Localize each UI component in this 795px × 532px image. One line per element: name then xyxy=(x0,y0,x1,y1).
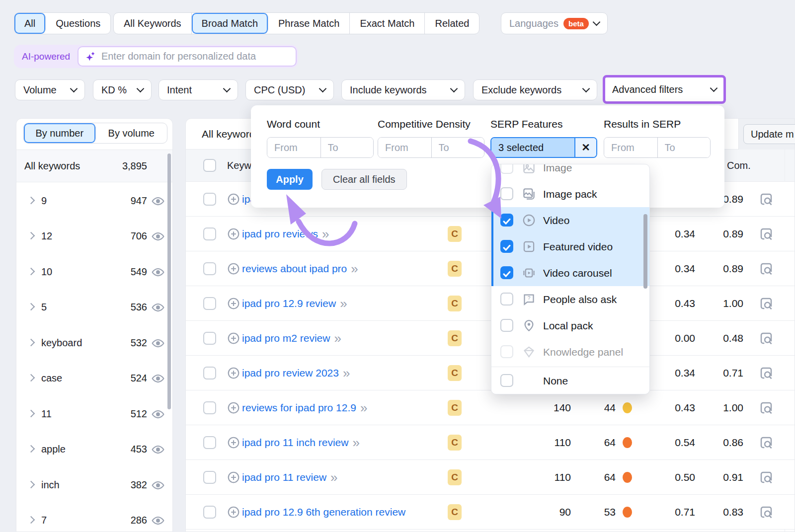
serp-features-select[interactable]: 3 selected ✕ xyxy=(490,137,597,158)
group-row[interactable]: 7 286 xyxy=(16,503,172,532)
update-metrics-button[interactable]: Update m xyxy=(743,124,795,144)
checkbox-unchecked[interactable] xyxy=(500,374,513,387)
add-keyword-icon[interactable] xyxy=(227,228,240,240)
advanced-filters-button[interactable]: Advanced filters xyxy=(605,77,723,101)
checkbox-checked[interactable] xyxy=(500,214,513,227)
option-featured-video[interactable]: Featured video xyxy=(491,233,649,260)
open-serp-chevrons-icon[interactable]: » xyxy=(340,297,347,310)
keyword-link[interactable]: ipad pro 12.9 6th generation review xyxy=(242,506,405,518)
sort-by-number-button[interactable]: By number xyxy=(24,123,96,143)
option-local-pack[interactable]: Local pack xyxy=(491,312,649,339)
group-row[interactable]: case 524 xyxy=(16,361,172,396)
chevron-right-icon[interactable] xyxy=(27,197,35,205)
domain-input[interactable] xyxy=(101,51,290,62)
open-serp-chevrons-icon[interactable]: » xyxy=(352,436,359,449)
serp-preview-icon[interactable] xyxy=(759,192,774,207)
results-in-serp-from-input[interactable] xyxy=(604,138,657,157)
competitive-density-to-input[interactable] xyxy=(431,138,484,157)
checkbox-checked[interactable] xyxy=(500,266,513,279)
clear-selection-icon[interactable]: ✕ xyxy=(574,138,596,157)
tab-questions[interactable]: Questions xyxy=(46,13,110,34)
all-keywords-group-row[interactable]: All keywords 3,895 xyxy=(16,150,172,182)
row-checkbox[interactable] xyxy=(203,436,216,449)
serp-preview-icon[interactable] xyxy=(759,296,774,311)
intent-filter-button[interactable]: Intent xyxy=(159,79,238,100)
add-keyword-icon[interactable] xyxy=(227,367,240,380)
tab-related[interactable]: Related xyxy=(425,13,479,34)
eye-icon[interactable] xyxy=(152,266,164,279)
serp-preview-icon[interactable] xyxy=(759,435,774,450)
tab-broad-match[interactable]: Broad Match xyxy=(192,13,268,34)
add-keyword-icon[interactable] xyxy=(227,262,240,275)
eye-icon[interactable] xyxy=(152,195,164,208)
chevron-right-icon[interactable] xyxy=(27,374,35,382)
keyword-link[interactable]: ipad pro 11 inch review xyxy=(242,437,348,449)
chevron-right-icon[interactable] xyxy=(27,445,35,453)
results-in-serp-to-input[interactable] xyxy=(657,138,711,157)
select-all-checkbox[interactable] xyxy=(203,159,216,172)
chevron-right-icon[interactable] xyxy=(27,410,35,418)
keyword-link[interactable]: ipad pro review 2023 xyxy=(242,367,339,379)
checkbox-unchecked[interactable] xyxy=(500,164,513,174)
word-count-to-input[interactable] xyxy=(320,138,374,157)
keyword-link[interactable]: reviews about ipad pro xyxy=(242,263,347,275)
chevron-right-icon[interactable] xyxy=(27,232,35,240)
eye-icon[interactable] xyxy=(152,337,164,350)
keyword-link[interactable]: ipad pro m2 review xyxy=(242,332,330,344)
apply-button[interactable]: Apply xyxy=(267,169,313,190)
serp-preview-icon[interactable] xyxy=(759,470,774,485)
keyword-link[interactable]: reviews for ipad pro 12.9 xyxy=(242,402,356,414)
keyword-link[interactable]: ipad pro 12.9 review xyxy=(242,298,336,309)
row-checkbox[interactable] xyxy=(203,228,216,240)
chevron-right-icon[interactable] xyxy=(27,303,35,311)
clear-all-fields-button[interactable]: Clear all fields xyxy=(321,169,407,190)
option-image-pack[interactable]: Image pack xyxy=(491,181,649,207)
group-row[interactable]: 9 947 xyxy=(16,183,172,219)
row-checkbox[interactable] xyxy=(203,471,216,484)
chevron-right-icon[interactable] xyxy=(27,268,35,276)
eye-icon[interactable] xyxy=(152,408,164,421)
option-people-also-ask[interactable]: ? People also ask xyxy=(491,286,649,312)
sidebar-scrollbar[interactable] xyxy=(167,153,171,409)
row-checkbox[interactable] xyxy=(203,367,216,380)
word-count-from-input[interactable] xyxy=(267,138,320,157)
keyword-link[interactable]: ipad pro reviews xyxy=(242,228,318,240)
languages-dropdown-button[interactable]: Languages beta xyxy=(501,12,608,34)
add-keyword-icon[interactable] xyxy=(227,506,240,519)
tab-all[interactable]: All xyxy=(14,13,46,34)
kd-filter-button[interactable]: KD % xyxy=(93,79,152,100)
dropdown-scrollbar[interactable] xyxy=(643,214,647,289)
row-checkbox[interactable] xyxy=(203,193,216,206)
open-serp-chevrons-icon[interactable]: » xyxy=(334,332,341,345)
option-video[interactable]: Video xyxy=(491,207,649,233)
add-keyword-icon[interactable] xyxy=(227,332,240,345)
chevron-right-icon[interactable] xyxy=(27,481,35,489)
add-keyword-icon[interactable] xyxy=(227,193,240,206)
exclude-keywords-filter-button[interactable]: Exclude keywords xyxy=(473,79,597,100)
row-checkbox[interactable] xyxy=(203,401,216,414)
option-image[interactable]: Image xyxy=(491,164,649,181)
row-checkbox[interactable] xyxy=(203,262,216,275)
checkbox-unchecked[interactable] xyxy=(500,187,513,200)
eye-icon[interactable] xyxy=(152,514,164,527)
checkbox-unchecked[interactable] xyxy=(500,293,513,305)
chevron-right-icon[interactable] xyxy=(27,516,35,524)
open-serp-chevrons-icon[interactable]: » xyxy=(330,471,337,484)
group-row[interactable]: keyboard 532 xyxy=(16,325,172,361)
volume-filter-button[interactable]: Volume xyxy=(15,79,85,100)
chevron-right-icon[interactable] xyxy=(27,339,35,347)
group-row[interactable]: 12 706 xyxy=(16,219,172,254)
eye-icon[interactable] xyxy=(152,479,164,492)
row-checkbox[interactable] xyxy=(203,297,216,310)
group-row[interactable]: inch 382 xyxy=(16,467,172,503)
checkbox-unchecked[interactable] xyxy=(500,319,513,332)
add-keyword-icon[interactable] xyxy=(227,471,240,484)
serp-preview-icon[interactable] xyxy=(759,261,774,276)
serp-preview-icon[interactable] xyxy=(759,331,774,346)
group-row[interactable]: apple 453 xyxy=(16,432,172,467)
group-row[interactable]: 10 549 xyxy=(16,254,172,290)
row-checkbox[interactable] xyxy=(203,332,216,345)
add-keyword-icon[interactable] xyxy=(227,297,240,310)
cpc-filter-button[interactable]: CPC (USD) xyxy=(245,79,334,100)
tab-phrase-match[interactable]: Phrase Match xyxy=(268,13,350,34)
